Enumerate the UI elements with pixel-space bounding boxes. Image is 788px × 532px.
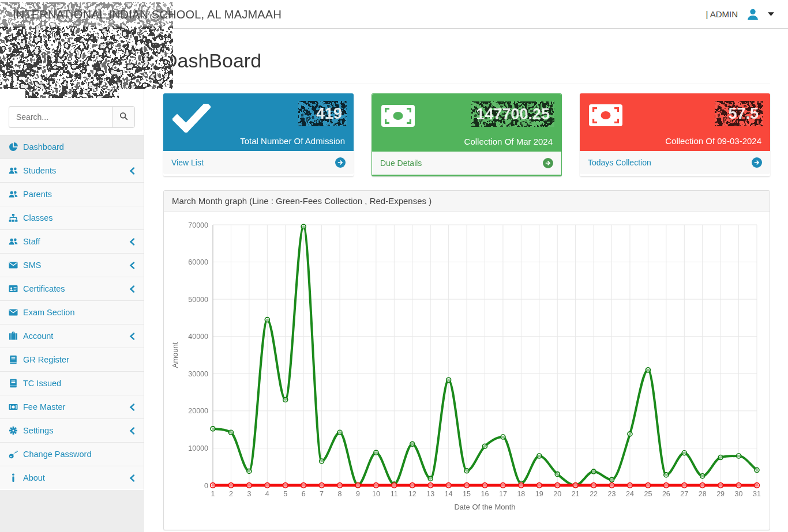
svg-text:29: 29 [716,490,725,498]
sidebar-menu: DashboardStudentsParentsClassesStaffSMSC… [0,135,144,489]
envelope-icon [9,308,19,317]
envelope-icon [9,261,19,270]
sidebar-search [9,106,135,128]
search-input[interactable] [9,106,112,128]
card-label: Collection Of 09-03-2024 [665,136,761,146]
card-value-redacted: 419 [298,101,347,126]
sidebar-item-classes[interactable]: Classes [0,206,144,229]
chevron-down-icon[interactable] [768,12,774,16]
svg-text:40000: 40000 [188,333,208,341]
pie-chart-icon [9,142,19,152]
sidebar-item-label: About [23,473,45,482]
svg-text:8: 8 [338,490,342,498]
chevron-left-icon [129,474,135,482]
svg-text:19: 19 [535,490,543,498]
svg-text:14: 14 [445,490,453,498]
sidebar-item-fee-master[interactable]: Fee Master [0,395,144,418]
key-icon [9,450,19,459]
sidebar-item-certificates[interactable]: Certificates [0,277,144,300]
svg-text:1: 1 [211,490,215,498]
svg-text:9: 9 [356,490,360,498]
svg-text:3: 3 [247,490,251,498]
sidebar-item-account[interactable]: Account [0,324,144,348]
card-label: Total Number Of Admission [240,136,345,146]
id-card-icon [9,284,19,293]
svg-text:23: 23 [608,490,616,498]
circle-arrow-right-icon[interactable] [752,157,762,168]
svg-text:16: 16 [481,490,489,498]
sidebar-item-dashboard[interactable]: Dashboard [0,135,144,159]
svg-text:50000: 50000 [188,296,208,304]
sidebar-item-tc-issued[interactable]: TC Issued [0,371,144,395]
svg-text:30000: 30000 [188,370,208,378]
svg-text:17: 17 [499,490,507,498]
sidebar-item-staff[interactable]: Staff [0,229,144,253]
chevron-left-icon [129,285,135,293]
sidebar-item-label: Classes [23,213,53,222]
svg-text:13: 13 [426,490,434,498]
sidebar-item-label: Exam Section [23,308,74,317]
card-label: Collection Of Mar 2024 [464,137,553,146]
svg-text:12: 12 [408,490,416,498]
book-icon [9,379,19,388]
users-icon [9,166,19,175]
chevron-left-icon [129,167,135,175]
svg-text:22: 22 [590,490,598,498]
chart-panel-title: March Month graph (Line : Green-Fees Col… [164,191,770,212]
sidebar-item-label: TC Issued [23,379,61,388]
svg-text:70000: 70000 [188,221,208,229]
svg-text:Amount: Amount [171,342,179,368]
svg-text:31: 31 [753,490,761,498]
svg-text:10: 10 [372,490,380,498]
sidebar-item-about[interactable]: About [0,466,144,489]
user-icon[interactable] [746,8,759,21]
sidebar-item-label: GR Register [23,355,69,364]
circle-arrow-right-icon[interactable] [543,158,553,168]
svg-text:20: 20 [553,490,561,498]
card-value-redacted: 57.5 [715,101,763,126]
svg-text:10000: 10000 [188,444,208,452]
svg-text:21: 21 [572,490,580,498]
card-footer-label: View List [171,158,204,167]
admin-label[interactable]: | ADMIN [706,9,738,19]
svg-text:20000: 20000 [188,407,208,415]
svg-text:5: 5 [283,490,287,498]
svg-text:15: 15 [463,490,471,498]
sidebar-item-exam-section[interactable]: Exam Section [0,300,144,324]
sidebar-item-label: Account [23,331,53,341]
svg-text:2: 2 [229,490,233,498]
chevron-left-icon [129,333,135,340]
chevron-left-icon [129,262,135,269]
school-name: INTERNATIONAL INDIAN SCHOOL, AL MAJMAAH [13,7,282,21]
sidebar-item-parents[interactable]: Parents [0,182,144,206]
circle-arrow-right-icon[interactable] [335,157,346,168]
svg-text:0: 0 [204,482,208,490]
sidebar-item-label: Staff [23,237,40,246]
main-content: DashBoard 419 Total Number Of Admission … [144,29,788,532]
sidebar-item-settings[interactable]: Settings [0,418,144,442]
month-line-chart: 0100002000030000400005000060000700001234… [164,212,770,530]
page-title: DashBoard [163,50,770,72]
sidebar-item-label: Certificates [23,284,65,293]
svg-text:11: 11 [391,490,398,498]
todays-collection-link[interactable]: Todays Collection [580,151,770,174]
summary-cards: 419 Total Number Of Admission View List … [163,93,770,176]
sidebar-item-sms[interactable]: SMS [0,253,144,277]
svg-text:Date Of the Month: Date Of the Month [454,503,515,511]
briefcase-icon [9,331,19,341]
sidebar-item-students[interactable]: Students [0,159,144,182]
view-list-link[interactable]: View List [163,151,354,174]
card-footer-label: Todays Collection [588,158,651,167]
svg-text:30: 30 [735,490,743,498]
gear-icon [9,426,19,435]
sidebar-item-label: Change Password [23,450,92,459]
sidebar-item-gr-register[interactable]: GR Register [0,348,144,371]
info-icon [9,473,19,482]
search-button[interactable] [112,106,135,128]
sidebar-item-change-password[interactable]: Change Password [0,442,144,466]
book-icon [9,355,19,364]
card-value: 147700.25 [471,101,554,127]
due-details-link[interactable]: Due Details [372,152,561,175]
svg-text:4: 4 [265,490,269,498]
sitemap-icon [9,213,19,222]
